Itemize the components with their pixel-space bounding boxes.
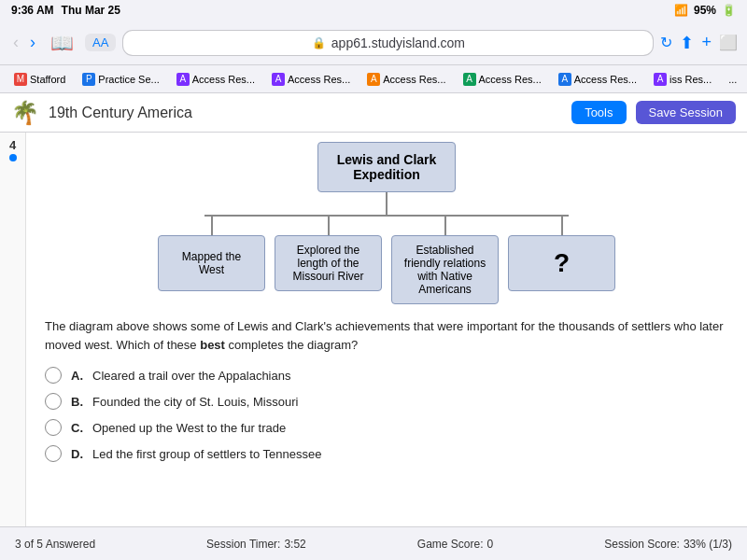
child-explored-connector	[328, 215, 330, 235]
url-text: app61.studyisland.com	[331, 35, 465, 50]
gmail-icon: M	[14, 73, 27, 86]
bookmark-iss[interactable]: A iss Res...	[647, 71, 718, 88]
diagram: Lewis and ClarkExpedition Mapped the Wes…	[45, 142, 728, 304]
game-score-value: 0	[487, 538, 494, 551]
question-text: The diagram above shows some of Lewis an…	[45, 317, 728, 354]
choice-b-letter: B.	[71, 395, 83, 409]
choice-b[interactable]: B. Founded the city of St. Louis, Missou…	[45, 393, 728, 410]
back-button[interactable]: ‹	[9, 31, 22, 54]
status-left: 9:36 AM Thu Mar 25	[11, 4, 120, 17]
h-connector	[204, 215, 569, 217]
bookmark-stafford-label: Stafford	[30, 74, 65, 85]
app-logo: 🌴	[11, 100, 39, 126]
url-bar[interactable]: 🔒 app61.studyisland.com	[123, 31, 653, 55]
choice-a-radio[interactable]	[45, 367, 62, 384]
time: 9:36 AM	[11, 4, 54, 17]
child-mapped-connector	[211, 215, 213, 235]
access3-icon: A	[367, 73, 380, 86]
child-question-connector	[561, 215, 563, 235]
bookmark-practice-label: Practice Se...	[98, 74, 159, 85]
access1-icon: A	[176, 73, 190, 86]
bookmark-practice[interactable]: P Practice Se...	[76, 71, 165, 88]
content-area: 4 Lewis and ClarkExpedition Mapped the W…	[0, 133, 747, 526]
diagram-root: Lewis and ClarkExpedition	[317, 142, 457, 192]
child-question-box: ?	[508, 235, 615, 291]
timer-value: 3:52	[284, 538, 305, 551]
bookmark-access4[interactable]: A Access Res...	[457, 71, 548, 88]
game-score-section: Game Score: 0	[417, 538, 493, 551]
reload-button[interactable]: ↻	[660, 34, 672, 51]
more-label: ...	[728, 74, 737, 85]
access5-icon: A	[558, 73, 571, 86]
new-tab-button[interactable]: +	[701, 33, 712, 52]
iss-icon: A	[654, 73, 667, 86]
main-content: Lewis and ClarkExpedition Mapped the Wes…	[26, 133, 747, 526]
bookmarks-bar: M Stafford P Practice Se... A Access Res…	[0, 65, 747, 93]
timer-section: Session Timer: 3:52	[206, 538, 306, 551]
nav-buttons: ‹ ›	[9, 31, 39, 54]
bottom-bar: 3 of 5 Answered Session Timer: 3:52 Game…	[0, 526, 747, 560]
child-explored: Explored the length of the Missouri Rive…	[275, 215, 382, 291]
day: Thu Mar 25	[62, 4, 120, 17]
bookmark-access2-label: Access Res...	[288, 74, 350, 85]
bookmark-access2[interactable]: A Access Res...	[265, 71, 357, 88]
choice-a-letter: A.	[71, 369, 83, 383]
status-bar: 9:36 AM Thu Mar 25 📶 95% 🔋	[0, 0, 747, 21]
choice-d-radio[interactable]	[45, 445, 62, 462]
bookmark-access1[interactable]: A Access Res...	[170, 71, 261, 88]
bookmark-access1-label: Access Res...	[192, 74, 255, 85]
choice-d-letter: D.	[71, 447, 83, 461]
battery-percent: 95%	[694, 4, 716, 17]
answered-count: 3 of 5 Answered	[15, 538, 95, 551]
session-score-value: 33% (1/3)	[684, 538, 732, 551]
child-relations: Established friendly relations with Nati…	[391, 215, 499, 304]
child-question: ?	[508, 215, 615, 291]
choice-b-radio[interactable]	[45, 393, 62, 410]
root-connector	[386, 192, 388, 215]
battery-icon: 🔋	[722, 4, 736, 17]
bookmark-access4-label: Access Res...	[479, 74, 542, 85]
bold-word: best	[200, 338, 225, 352]
choice-c-letter: C.	[71, 421, 83, 435]
access4-icon: A	[463, 73, 476, 86]
game-score-label: Game Score:	[417, 538, 484, 551]
app-title: 19th Century America	[49, 105, 562, 121]
choice-d[interactable]: D. Led the first group of settlers to Te…	[45, 445, 728, 462]
bookmark-access5[interactable]: A Access Res...	[552, 71, 643, 88]
save-session-button[interactable]: Save Session	[636, 101, 737, 124]
reader-icon[interactable]: 📖	[50, 32, 74, 54]
choice-c[interactable]: C. Opened up the West to the fur trade	[45, 419, 728, 436]
answer-choices: A. Cleared a trail over the Appalachians…	[45, 367, 728, 462]
bookmark-iss-label: iss Res...	[669, 74, 712, 85]
tools-button[interactable]: Tools	[571, 101, 626, 124]
choice-a-text: Cleared a trail over the Appalachians	[92, 369, 290, 383]
child-mapped: Mapped the West	[158, 215, 265, 291]
choice-d-text: Led the first group of settlers to Tenne…	[92, 447, 321, 461]
aa-button[interactable]: AA	[85, 34, 116, 51]
tabs-button[interactable]: ⬜	[719, 34, 738, 51]
session-score-label: Session Score:	[604, 538, 680, 551]
question-sidebar: 4	[0, 133, 26, 526]
forward-button[interactable]: ›	[26, 31, 39, 54]
bookmark-access3[interactable]: A Access Res...	[360, 71, 452, 88]
practice-icon: P	[82, 73, 95, 86]
child-explored-box: Explored the length of the Missouri Rive…	[275, 235, 382, 291]
share-button[interactable]: ⬆	[680, 33, 694, 53]
child-mapped-box: Mapped the West	[158, 235, 265, 291]
access2-icon: A	[272, 73, 285, 86]
child-relations-connector	[444, 215, 446, 235]
status-right: 📶 95% 🔋	[674, 4, 736, 17]
choice-c-radio[interactable]	[45, 419, 62, 436]
question-indicator	[9, 154, 17, 161]
choice-b-text: Founded the city of St. Louis, Missouri	[92, 395, 298, 409]
session-score-section: Session Score: 33% (1/3)	[604, 538, 732, 551]
diagram-children: Mapped the West Explored the length of t…	[158, 215, 615, 304]
bookmark-stafford[interactable]: M Stafford	[7, 71, 72, 88]
bookmark-more[interactable]: ...	[722, 72, 743, 87]
choice-c-text: Opened up the West to the fur trade	[92, 421, 286, 435]
bookmark-access5-label: Access Res...	[574, 74, 637, 85]
wifi-icon: 📶	[674, 4, 688, 17]
timer-label: Session Timer:	[206, 538, 280, 551]
choice-a[interactable]: A. Cleared a trail over the Appalachians	[45, 367, 728, 384]
lock-icon: 🔒	[312, 36, 326, 49]
